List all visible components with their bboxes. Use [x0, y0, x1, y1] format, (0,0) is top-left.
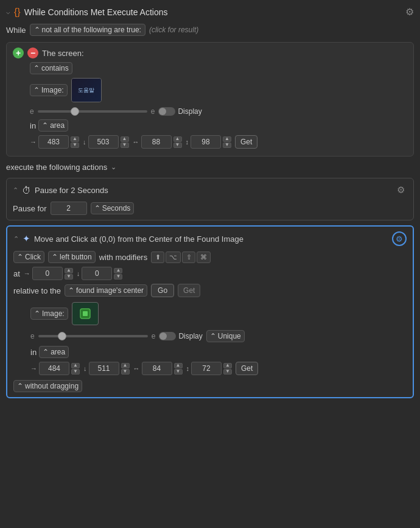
mc-h-input[interactable] — [191, 362, 222, 375]
image-thumbnail[interactable]: 도움말 — [71, 78, 102, 102]
h-up-arrow[interactable]: ▲ — [223, 136, 231, 142]
mc-y-stepper[interactable]: ▲ ▼ — [121, 363, 130, 375]
w-up-arrow[interactable]: ▲ — [173, 136, 182, 142]
pause-collapse-icon[interactable]: ⌃ — [13, 186, 18, 194]
mc-toggle-thumb — [159, 333, 167, 340]
at-x-up[interactable]: ▲ — [65, 268, 73, 273]
y-down-arrow[interactable]: ▼ — [121, 143, 129, 148]
title-bar: ⌵ {} While Conditions Met Execute Action… — [6, 6, 414, 18]
h-down-arrow[interactable]: ▼ — [223, 143, 231, 148]
at-x-arrow: → — [24, 270, 30, 277]
execute-chevron[interactable]: ⌄ — [111, 163, 116, 171]
slider-track[interactable] — [38, 110, 147, 113]
click-result[interactable]: (click for result) — [149, 26, 198, 34]
modifier-option[interactable]: ⌥ — [166, 252, 181, 263]
mc-image-stepper[interactable]: ⌃ Image: — [30, 308, 68, 320]
mc-area-label: area — [51, 348, 65, 356]
mc-slider-row: e e Display ⌃ Unique — [30, 330, 407, 342]
mc-coords-row: → ▲ ▼ ↓ ▲ ▼ ↔ ▲ ▼ — [30, 362, 407, 375]
at-y-up[interactable]: ▲ — [114, 268, 122, 273]
display-toggle-button[interactable] — [158, 107, 175, 116]
condition-selector[interactable]: ⌃ not all of the following are true: — [30, 24, 145, 36]
go-button[interactable]: Go — [151, 284, 174, 297]
mc-x-stepper[interactable]: ▲ ▼ — [71, 363, 80, 375]
mc-w-down[interactable]: ▼ — [174, 369, 183, 375]
x-down-arrow[interactable]: ▼ — [71, 143, 79, 148]
at-y-down[interactable]: ▼ — [114, 274, 122, 280]
found-center-selector[interactable]: ⌃ found image's center — [65, 284, 147, 297]
slider-row: e e Display — [30, 107, 407, 116]
found-center-label: found image's center — [76, 286, 144, 295]
h-input[interactable] — [191, 135, 221, 149]
at-x-stepper[interactable]: ▲ ▼ — [65, 268, 73, 280]
pause-value-input[interactable] — [51, 202, 87, 215]
mc-h-up[interactable]: ▲ — [223, 363, 232, 368]
image-stepper[interactable]: ⌃ Image: — [30, 84, 68, 96]
x-stepper[interactable]: ▲ ▼ — [71, 136, 79, 148]
block-icon: {} — [14, 7, 21, 18]
slider-thumb[interactable] — [71, 107, 79, 116]
at-y-stepper[interactable]: ▲ ▼ — [114, 268, 122, 280]
modifier-shift[interactable]: ⬆ — [151, 252, 164, 263]
unique-selector[interactable]: ⌃ Unique — [206, 330, 245, 342]
mc-get-button[interactable]: Get — [236, 362, 258, 375]
mc-h-stepper[interactable]: ▲ ▼ — [223, 363, 232, 375]
mc-w-stepper[interactable]: ▲ ▼ — [174, 363, 183, 375]
mc-image-preview — [72, 303, 98, 325]
move-click-gear-icon[interactable]: ⚙ — [392, 231, 407, 246]
mc-h-down[interactable]: ▼ — [223, 369, 232, 375]
get-button-2[interactable]: Get — [178, 284, 200, 297]
get-button[interactable]: Get — [235, 135, 257, 149]
mc-y-input[interactable] — [89, 362, 119, 375]
mc-display-toggle: Display — [159, 332, 202, 340]
without-drag-selector[interactable]: ⌃ without dragging — [13, 380, 82, 392]
pause-gear-icon[interactable]: ⚙ — [394, 183, 407, 197]
coords-row: → ▲ ▼ ↓ ▲ ▼ ↔ ▲ ▼ — [30, 135, 407, 149]
h-stepper[interactable]: ▲ ▼ — [223, 136, 231, 148]
mc-display-label: Display — [178, 332, 202, 340]
settings-icon[interactable]: ⚙ — [405, 6, 414, 18]
move-click-collapse-icon[interactable]: ⌃ — [13, 235, 19, 243]
click-type-selector[interactable]: ⌃ Click — [13, 251, 44, 263]
w-down-arrow[interactable]: ▼ — [173, 143, 182, 148]
add-condition-button[interactable]: + — [13, 48, 24, 58]
at-x-down[interactable]: ▼ — [65, 274, 73, 280]
contains-selector[interactable]: ⌃ contains — [30, 62, 72, 74]
at-x-input[interactable] — [32, 267, 63, 280]
seconds-selector[interactable]: ⌃ Seconds — [91, 202, 135, 214]
area-selector[interactable]: ⌃ area — [38, 119, 68, 132]
mc-x-down[interactable]: ▼ — [71, 369, 80, 375]
mc-image-thumbnail[interactable] — [72, 302, 99, 325]
remove-condition-button[interactable]: − — [27, 48, 38, 58]
mc-display-toggle-button[interactable] — [159, 332, 176, 340]
w-stepper[interactable]: ▲ ▼ — [173, 136, 182, 148]
w-input[interactable] — [141, 135, 172, 149]
y-stepper[interactable]: ▲ ▼ — [121, 136, 129, 148]
contains-label: contains — [41, 64, 69, 72]
mc-slider-track[interactable] — [38, 335, 148, 337]
y-input[interactable] — [88, 135, 119, 149]
button-selector[interactable]: ⌃ left button — [48, 251, 96, 263]
mc-slider-thumb[interactable] — [58, 332, 66, 340]
mc-w-group: ↔ ▲ ▼ — [133, 362, 183, 375]
mc-e-right: e — [152, 332, 156, 340]
mc-w-up[interactable]: ▲ — [174, 363, 183, 368]
modifier-ctrl[interactable]: ⇧ — [182, 252, 195, 263]
y-up-arrow[interactable]: ▲ — [121, 136, 129, 142]
mc-x-up[interactable]: ▲ — [71, 363, 80, 368]
modifiers-label: with modifiers — [99, 253, 147, 262]
mc-w-input[interactable] — [142, 362, 172, 375]
mc-area-selector[interactable]: ⌃ area — [39, 346, 69, 358]
contains-up-icon: ⌃ — [33, 64, 40, 72]
move-click-title-left: ⌃ ✦ Move and Click at (0,0) from the Cen… — [13, 233, 243, 244]
mc-y-up[interactable]: ▲ — [121, 363, 130, 368]
at-label: at — [13, 269, 20, 278]
mc-x-input[interactable] — [39, 362, 69, 375]
modifier-cmd[interactable]: ⌘ — [197, 252, 211, 263]
mc-y-down[interactable]: ▼ — [121, 369, 130, 375]
x-input[interactable] — [38, 135, 69, 149]
collapse-icon[interactable]: ⌵ — [6, 8, 10, 16]
at-y-input[interactable] — [82, 267, 112, 280]
x-up-arrow[interactable]: ▲ — [71, 136, 79, 142]
condition-up-arrow: ⌃ — [34, 26, 40, 34]
